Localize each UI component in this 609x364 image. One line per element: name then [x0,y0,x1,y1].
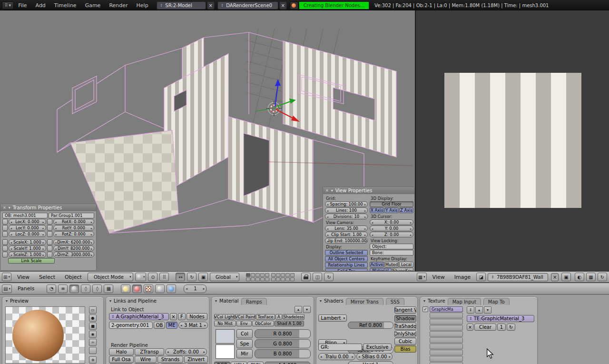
grid-divisions-field[interactable]: Divisions: 10 [325,214,368,219]
roty-field[interactable]: RotY: 0.000 [53,225,94,231]
layer-toggle[interactable] [246,277,250,281]
lamp-buttons-icon[interactable] [121,285,130,293]
spe-button[interactable]: Spe [236,339,253,348]
unlink-material-button[interactable]: × [170,313,177,320]
texture-datablock[interactable]: ↕ TE:GraphicMaterial_3 [467,315,534,322]
screen-delete-button[interactable]: × [207,1,215,10]
color-swatch[interactable] [216,329,235,344]
dimx-field[interactable]: DimX: 6200.000 [53,239,94,245]
hsv-toggle[interactable]: HSV [231,362,247,364]
preview-sphere-icon[interactable]: ● [89,315,97,322]
r-slider[interactable]: R 0.800 [255,329,311,338]
layer-toggle[interactable] [265,273,269,277]
collapse-icon[interactable]: ▾ [215,299,217,303]
texture-slot-empty[interactable] [430,350,463,355]
pack-image-icon[interactable]: ▣ [561,273,571,281]
editing-context-icon[interactable]: ◊ [92,285,102,293]
material-buttons-icon[interactable] [132,285,142,293]
vcol-paint-toggle[interactable]: VCol Paint [235,314,255,320]
shading-context-icon[interactable] [69,285,79,293]
layer-toggle[interactable] [290,277,295,281]
layer-toggle[interactable] [251,277,255,281]
preview-hair-icon[interactable]: ≈ [89,339,97,346]
layer-toggle[interactable] [285,273,290,277]
collapse-icon[interactable]: ▾ [109,299,111,303]
tralu-field[interactable]: Tralu 0.00 [318,353,355,360]
onlyshad-toggle[interactable]: OnlyShad [394,330,416,337]
editor-type-menu[interactable]: ▦ ▾ [417,273,427,281]
layer-toggle[interactable] [265,277,269,281]
rgb-toggle[interactable]: RGB [214,362,230,364]
bias-toggle[interactable]: Bias [394,345,416,353]
collapse-icon[interactable]: ▾ [320,299,322,303]
layer-toggle[interactable] [271,277,275,281]
full-osa-toggle[interactable]: Full Osa [109,356,134,363]
material-datablock[interactable]: ↕ A:GraphicMaterial_3 [109,313,169,320]
all-object-centers-toggle[interactable]: All Object Centers [325,256,368,262]
object-name-field[interactable]: OB: mesh3.001 [2,213,48,218]
app-menu-button[interactable]: ⠿ ▾ [2,1,14,10]
script-context-icon[interactable]: ≡ [58,285,68,293]
outline-selected-toggle[interactable]: Outline Selected [325,250,368,256]
texture-copy-icon[interactable]: ↕ [467,306,474,314]
image-selector[interactable]: ↕ 7B98B9DAF81_Wall [488,273,548,281]
close-icon[interactable]: × [325,188,329,193]
layer-toggle[interactable] [255,277,260,281]
collapse-icon[interactable]: ▾ [6,299,8,303]
menu-view[interactable]: View [13,274,33,280]
render-preview-icon[interactable]: ◫ [313,273,322,281]
texture-slot-empty[interactable] [430,362,463,364]
local-toggle[interactable]: Local [399,262,413,267]
translate-manipulator-icon[interactable]: ↔ [176,273,185,281]
rotate-manipulator-icon[interactable]: ↻ [187,273,196,281]
view-props-header[interactable]: × ▾ View Properties [323,187,414,194]
alpha-slider[interactable]: A 1.000 [264,362,311,364]
menu-view[interactable]: View [429,274,449,280]
users-count-button[interactable]: 1 [497,324,506,331]
menu-render[interactable]: Render [105,2,132,9]
cubic-toggle[interactable]: Cubic [394,338,416,345]
close-icon[interactable]: × [3,206,6,210]
tab-ramps[interactable]: Ramps [241,298,267,305]
diffuse-shader-dropdown[interactable]: Lambert [318,315,347,322]
texture-slot-empty[interactable] [430,331,463,337]
scene-selector[interactable]: ↕ DARendererScene0 [217,1,278,10]
transform-properties-panel[interactable]: × ▾ Transform Properties OB: mesh3.001 P… [0,204,97,271]
col-button[interactable]: Col [236,329,253,338]
clear-button[interactable]: Clear [474,324,496,331]
preview-zoom-icon[interactable]: ⊕ [89,356,97,364]
unlink-texture-button[interactable]: × [467,324,473,331]
ref-slider[interactable]: Ref 0.800 [348,322,393,329]
uv-image-editor[interactable] [415,10,609,271]
mir-button[interactable]: Mir [236,349,253,358]
sbias-field[interactable]: SBias 0.00 [356,353,393,360]
alpha-toggle[interactable]: A [275,314,282,320]
collapse-icon[interactable]: ▾ [9,206,10,210]
view-properties-panel[interactable]: × ▾ View Properties Grid: Spacing: 100.0… [323,187,415,271]
preview-sky-icon[interactable] [89,347,97,354]
zoffs-field[interactable]: Zoffs: 0.00 [165,348,207,355]
relationship-lines-toggle[interactable]: Relationship Lines [325,262,368,268]
editor-type-menu[interactable]: ▤ ▾ [2,285,12,293]
layer-toggle[interactable] [285,277,290,281]
wire-toggle[interactable]: Wire [135,356,157,363]
env-toggle[interactable]: Env [236,321,252,326]
refresh-icon[interactable]: ↻ [324,273,334,281]
preview-monkey-icon[interactable]: ◉ [89,331,97,338]
exclusive-toggle[interactable]: Exclusive [363,344,392,351]
layer-toggle[interactable] [246,273,250,277]
lock-icon[interactable] [2,231,8,237]
menu-file[interactable]: File [14,2,31,9]
lock-icon[interactable] [47,246,52,251]
auto-name-button[interactable]: ↻ [507,324,515,331]
layer-toggle[interactable] [290,273,295,277]
layer-toggle[interactable] [276,273,280,277]
collapse-icon[interactable]: ▾ [331,188,333,193]
g-slider[interactable]: G 0.800 [255,339,311,348]
frame-counter[interactable]: 1 [184,285,206,293]
layer-toggle[interactable] [281,277,285,281]
menu-add[interactable]: Add [31,2,50,9]
material-index-field[interactable]: 3 Mat 1 [178,322,208,329]
viewport-3d[interactable]: × ▾ Transform Properties OB: mesh3.001 P… [0,10,415,271]
uv-edit-icon[interactable]: ◪ [476,273,486,281]
